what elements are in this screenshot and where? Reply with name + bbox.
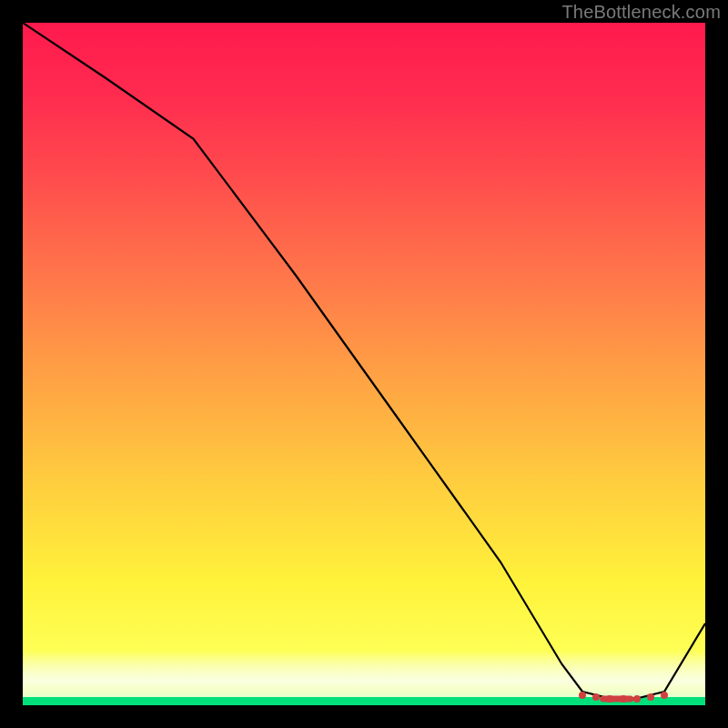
plot-area — [23, 23, 705, 705]
line-plot — [23, 23, 705, 705]
series-curve — [23, 23, 705, 699]
chart-container: TheBottleneck.com — [0, 0, 728, 728]
watermark-text: TheBottleneck.com — [561, 2, 721, 23]
